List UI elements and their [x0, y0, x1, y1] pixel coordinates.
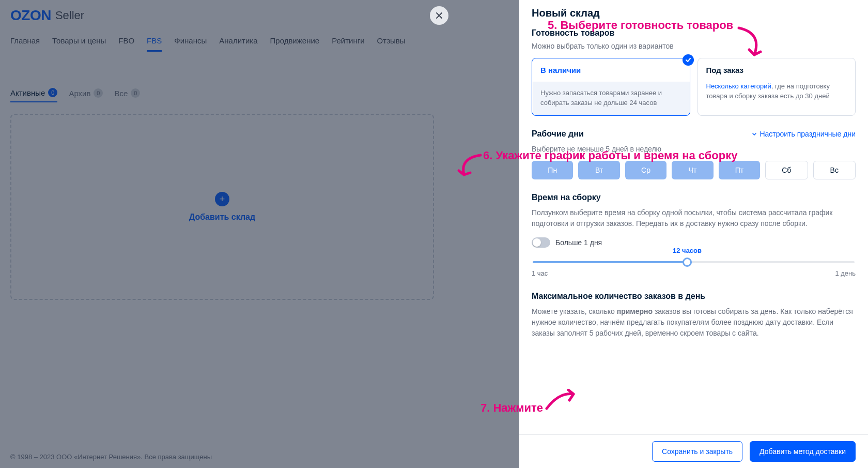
assembly-heading: Время на сборку [532, 193, 856, 202]
days-heading: Рабочие дни [532, 129, 584, 139]
close-button[interactable] [430, 6, 448, 25]
readiness-heading: Готовность товаров [532, 28, 856, 38]
days-row: ПнВтСрЧтПтСбВс [532, 161, 856, 179]
day-Пт[interactable]: Пт [719, 161, 760, 179]
side-sheet: Новый склад Готовность товаров Можно выб… [519, 0, 868, 468]
slider-fill [533, 261, 687, 263]
card-title: Под заказ [706, 66, 847, 82]
day-Вт[interactable]: Вт [578, 161, 619, 179]
configure-holidays-link[interactable]: Настроить праздничные дни [751, 130, 856, 138]
assembly-sub: Ползунком выберите время на сборку одной… [532, 207, 856, 229]
day-Вс[interactable]: Вс [813, 161, 856, 179]
card-body: Несколько категорий, где на подготовку т… [706, 82, 847, 101]
day-Чт[interactable]: Чт [672, 161, 713, 179]
card-body: Нужно запасаться товарами заранее и соби… [540, 88, 681, 108]
save-close-button[interactable]: Сохранить и закрыть [652, 441, 742, 462]
toggle-label: Больше 1 дня [555, 238, 602, 247]
sheet-title: Новый склад [532, 7, 856, 19]
close-icon [435, 11, 443, 20]
assembly-slider[interactable]: 12 часов [533, 261, 855, 263]
readiness-cards: В наличии Нужно запасаться товарами зара… [532, 58, 856, 116]
slider-min: 1 час [532, 269, 548, 277]
chevron-down-icon [751, 131, 757, 137]
check-icon [683, 54, 694, 66]
readiness-sub: Можно выбрать только один из вариантов [532, 41, 856, 52]
day-Пн[interactable]: Пн [532, 161, 573, 179]
day-Сб[interactable]: Сб [765, 161, 808, 179]
days-sub: Выберите не меньше 5 дней в неделю [532, 144, 856, 155]
slider-value: 12 часов [673, 247, 702, 254]
add-delivery-method-button[interactable]: Добавить метод доставки [750, 441, 856, 462]
card-in-stock[interactable]: В наличии Нужно запасаться товарами зара… [532, 58, 690, 116]
maxorders-sub: Можете указать, сколько примерно заказов… [532, 306, 856, 339]
card-title: В наличии [540, 66, 681, 82]
slider-track [533, 261, 855, 263]
slider-max: 1 день [835, 269, 856, 277]
sheet-footer: Сохранить и закрыть Добавить метод доста… [519, 434, 868, 468]
day-Ср[interactable]: Ср [625, 161, 667, 179]
card-on-order[interactable]: Под заказ Несколько категорий, где на по… [698, 58, 856, 116]
more-than-day-toggle[interactable] [532, 237, 550, 248]
slider-thumb[interactable] [683, 258, 692, 267]
categories-link[interactable]: Несколько категорий [706, 82, 771, 90]
maxorders-heading: Максимальное количество заказов в день [532, 292, 856, 301]
